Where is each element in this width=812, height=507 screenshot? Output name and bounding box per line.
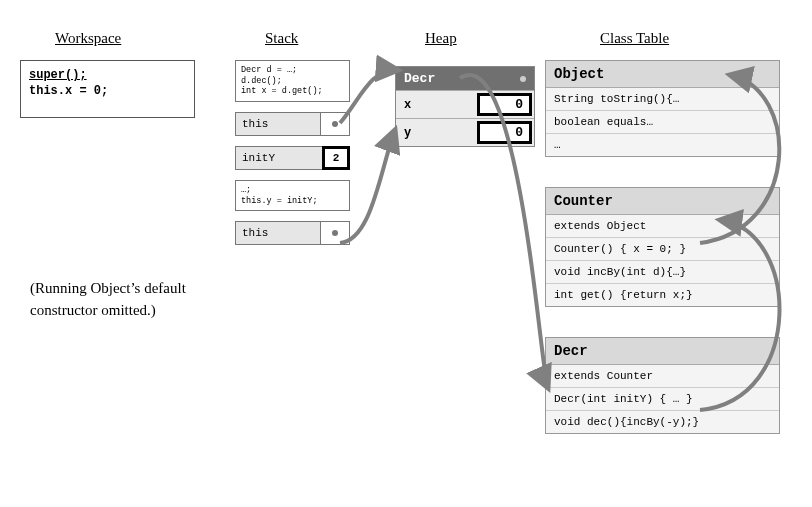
heap-object-decr: Decr x 0 y 0: [395, 66, 535, 147]
class-counter-extends: extends Object: [546, 215, 779, 238]
class-object-row: String toString(){…: [546, 88, 779, 111]
heap-field-y-value: 0: [477, 121, 532, 144]
heap-field-x: x 0: [396, 90, 534, 118]
heap-field-x-value: 0: [477, 93, 532, 116]
omitted-note: (Running Object’s default constructor om…: [30, 278, 250, 322]
class-table-column: Object String toString(){… boolean equal…: [545, 60, 780, 464]
class-counter: Counter extends Object Counter() { x = 0…: [545, 187, 780, 307]
heap-column: Decr x 0 y 0: [395, 66, 535, 147]
stack-column: Decr d = …; d.dec(); int x = d.get(); th…: [235, 60, 350, 255]
stack-slot-this2: this: [235, 221, 350, 245]
class-object-name: Object: [546, 61, 779, 88]
workspace-heading: Workspace: [55, 30, 121, 47]
stack-heading: Stack: [265, 30, 298, 47]
stack-slot-inity-val: 2: [322, 146, 350, 170]
workspace-box: super(); this.x = 0;: [20, 60, 195, 118]
workspace-line2: this.x = 0;: [29, 83, 186, 99]
stack-slot-this1-label: this: [236, 113, 321, 135]
class-decr-row: void dec(){incBy(-y);}: [546, 411, 779, 433]
class-counter-row: Counter() { x = 0; }: [546, 238, 779, 261]
heap-object-pointer-dot: [520, 76, 526, 82]
class-decr-name: Decr: [546, 338, 779, 365]
heap-field-x-name: x: [396, 91, 475, 118]
stack-slot-this1: this: [235, 112, 350, 136]
stack-slot-this2-val: [321, 222, 349, 244]
heap-field-y-name: y: [396, 119, 475, 146]
class-counter-name: Counter: [546, 188, 779, 215]
class-counter-row: int get() {return x;}: [546, 284, 779, 306]
heap-field-y: y 0: [396, 118, 534, 146]
class-decr-extends: extends Counter: [546, 365, 779, 388]
heap-object-header: Decr: [396, 67, 534, 90]
stack-slot-this1-val: [321, 113, 349, 135]
class-counter-row: void incBy(int d){…}: [546, 261, 779, 284]
class-decr: Decr extends Counter Decr(int initY) { ……: [545, 337, 780, 434]
stack-frame-decr: …; this.y = initY;: [235, 180, 350, 211]
stack-frame-decr-code: …; this.y = initY;: [236, 181, 349, 210]
heap-heading: Heap: [425, 30, 457, 47]
workspace-line1: super();: [29, 67, 186, 83]
classtable-heading: Class Table: [600, 30, 669, 47]
class-object-row: …: [546, 134, 779, 156]
class-object: Object String toString(){… boolean equal…: [545, 60, 780, 157]
stack-frame-main-code: Decr d = …; d.dec(); int x = d.get();: [236, 61, 349, 101]
class-decr-row: Decr(int initY) { … }: [546, 388, 779, 411]
heap-object-classref: Decr: [404, 71, 435, 86]
stack-slot-inity-label: initY: [236, 147, 323, 169]
class-object-row: boolean equals…: [546, 111, 779, 134]
stack-slot-inity: initY 2: [235, 146, 350, 170]
stack-frame-main: Decr d = …; d.dec(); int x = d.get();: [235, 60, 350, 102]
stack-slot-this2-label: this: [236, 222, 321, 244]
